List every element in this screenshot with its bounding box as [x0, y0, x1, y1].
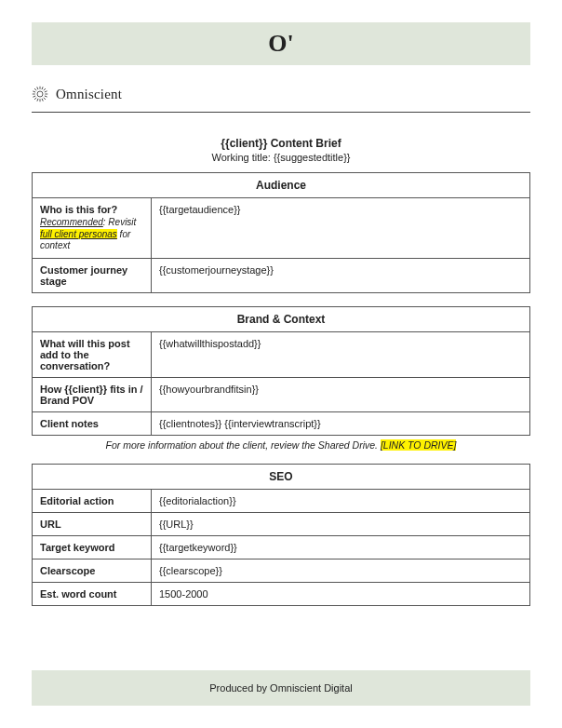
- doc-title: {{client}} Content Brief: [32, 137, 530, 150]
- svg-line-9: [42, 87, 43, 89]
- who-label-cell: Who is this for? Recommended: Revisit fu…: [33, 198, 152, 259]
- brandctx-footnote: For more information about the client, r…: [32, 439, 530, 451]
- brandctx-table: Brand & Context What will this post add …: [32, 306, 530, 436]
- brand-row: Omniscient: [32, 86, 530, 113]
- svg-line-10: [45, 91, 47, 92]
- footer-text: Produced by Omniscient Digital: [209, 682, 352, 694]
- journey-value: {{customerjourneystage}}: [152, 258, 530, 292]
- clearscope-value: {{clearscope}}: [152, 559, 530, 582]
- add-label: What will this post add to the conversat…: [33, 331, 152, 377]
- sunburst-icon: [32, 86, 48, 102]
- svg-line-15: [33, 91, 35, 92]
- notes-value: {{clientnotes}} {{interviewtranscript}}: [152, 411, 530, 435]
- svg-line-12: [42, 99, 43, 101]
- who-sub-highlight: full client personas: [40, 229, 117, 239]
- url-label: URL: [33, 512, 152, 535]
- footer-banner: Produced by Omniscient Digital: [32, 670, 530, 706]
- svg-line-7: [34, 98, 36, 100]
- audience-table: Audience Who is this for? Recommended: R…: [32, 172, 530, 293]
- seo-header: SEO: [33, 464, 530, 489]
- title-block: {{client}} Content Brief Working title: …: [32, 137, 530, 163]
- working-title-prefix: Working title:: [211, 152, 273, 163]
- svg-line-8: [44, 88, 46, 90]
- who-sublabel: Recommended: Revisit full client persona…: [40, 217, 143, 252]
- working-title: Working title: {{suggestedtitle}}: [32, 152, 530, 163]
- action-value: {{editorialaction}}: [152, 489, 530, 512]
- brand-name: Omniscient: [56, 87, 122, 102]
- journey-label: Customer journey stage: [33, 258, 152, 292]
- header-banner: O': [32, 22, 530, 65]
- svg-line-16: [37, 87, 38, 89]
- who-value: {{targetaudience}}: [152, 198, 530, 259]
- clearscope-label: Clearscope: [33, 559, 152, 582]
- who-sub-mid: : Revisit: [103, 217, 137, 227]
- svg-line-14: [33, 96, 35, 97]
- svg-line-5: [34, 88, 36, 90]
- working-title-value: {{suggestedtitle}}: [274, 152, 351, 163]
- keyword-label: Target keyword: [33, 535, 152, 559]
- who-label: Who is this for?: [40, 204, 143, 215]
- seo-table: SEO Editorial action {{editorialaction}}…: [32, 464, 530, 606]
- brandctx-header: Brand & Context: [33, 306, 530, 331]
- audience-header: Audience: [33, 173, 530, 198]
- fit-value: {{howyourbrandfitsin}}: [152, 377, 530, 411]
- footnote-link[interactable]: [LINK TO DRIVE]: [381, 439, 457, 451]
- url-value: {{URL}}: [152, 512, 530, 535]
- wc-label: Est. word count: [33, 582, 152, 605]
- svg-line-6: [44, 98, 46, 100]
- logo-glyph: O': [268, 30, 293, 58]
- add-value: {{whatwillthispostadd}}: [152, 331, 530, 377]
- svg-line-13: [37, 99, 38, 101]
- action-label: Editorial action: [33, 489, 152, 512]
- svg-line-11: [45, 96, 47, 97]
- footnote-text: For more information about the client, r…: [106, 439, 381, 451]
- notes-label: Client notes: [33, 411, 152, 435]
- svg-point-0: [37, 91, 43, 97]
- fit-label: How {{client}} fits in / Brand POV: [33, 377, 152, 411]
- wc-value: 1500-2000: [152, 582, 530, 605]
- who-sub-prefix: Recommended: [40, 217, 103, 227]
- keyword-value: {{targetkeyword}}: [152, 535, 530, 559]
